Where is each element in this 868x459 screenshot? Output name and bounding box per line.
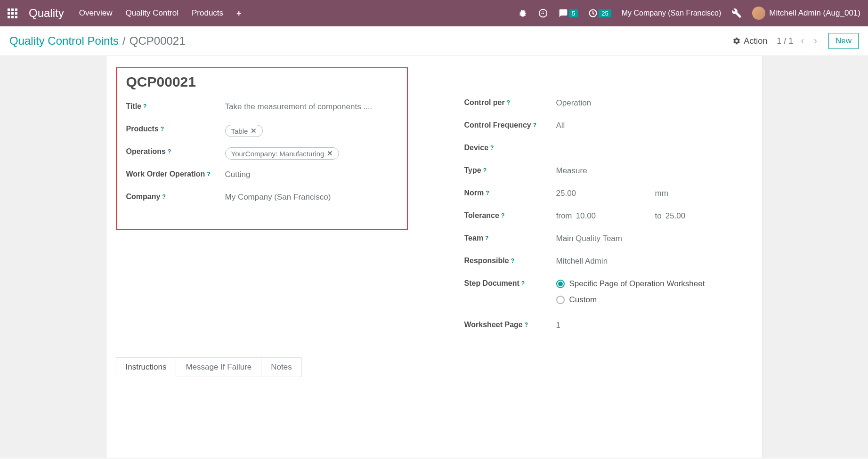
step-doc-radio-group: Specific Page of Operation Worksheet Cus… (556, 279, 705, 305)
norm-unit[interactable]: mm (655, 189, 668, 198)
help-icon[interactable]: ? (486, 190, 489, 196)
form-left-column: QCP00021 Title ? Take the measurement of… (116, 67, 408, 338)
navbar-right: 5 25 My Company (San Francisco) Mitchell… (518, 7, 860, 20)
row-step-document: Step Document ? Specific Page of Operati… (464, 274, 753, 309)
apps-menu-icon[interactable] (8, 8, 17, 18)
help-icon[interactable]: ? (490, 145, 494, 151)
record-title: QCP00021 (117, 74, 407, 90)
label-work-order-op: Work Order Operation ? (117, 170, 225, 178)
form-sheet: QCP00021 Title ? Take the measurement of… (106, 56, 763, 458)
label-responsible: Responsible ? (464, 257, 556, 265)
value-work-order-op[interactable]: Cutting (225, 170, 407, 179)
radio-specific-page[interactable]: Specific Page of Operation Worksheet (556, 279, 705, 289)
help-icon[interactable]: ? (143, 103, 146, 110)
label-title: Title ? (117, 102, 225, 111)
tolerance-to-value[interactable]: 25.00 (665, 211, 686, 221)
form-columns: QCP00021 Title ? Take the measurement of… (116, 67, 753, 338)
content-area: QCP00021 Title ? Take the measurement of… (0, 56, 868, 458)
tools-icon[interactable] (731, 8, 742, 18)
user-avatar (752, 7, 765, 20)
support-icon[interactable] (538, 8, 548, 18)
user-menu[interactable]: Mitchell Admin (Aug_001) (752, 7, 860, 20)
row-work-order-op: Work Order Operation ? Cutting (117, 165, 407, 188)
tag-remove-icon[interactable]: ✕ (327, 149, 333, 158)
value-products[interactable]: Table ✕ (225, 125, 407, 137)
tab-instructions[interactable]: Instructions (116, 357, 177, 377)
value-operations[interactable]: YourCompany: Manufacturing ✕ (225, 147, 407, 160)
breadcrumb-current: QCP00021 (130, 34, 186, 48)
help-icon[interactable]: ? (511, 258, 514, 264)
highlight-box: QCP00021 Title ? Take the measurement of… (116, 67, 408, 230)
value-company[interactable]: My Company (San Francisco) (225, 193, 407, 202)
breadcrumb-parent[interactable]: Quality Control Points (9, 34, 119, 48)
notebook-tabs: Instructions Message If Failure Notes (116, 357, 753, 377)
control-bar: Quality Control Points / QCP00021 Action… (0, 26, 868, 56)
tag-remove-icon[interactable]: ✕ (251, 127, 257, 135)
label-type: Type ? (464, 166, 556, 175)
value-control-per[interactable]: Operation (556, 98, 753, 108)
value-team[interactable]: Main Quality Team (556, 234, 753, 243)
value-responsible[interactable]: Mitchell Admin (556, 257, 753, 266)
user-name: Mitchell Admin (Aug_001) (769, 8, 860, 18)
value-norm: 25.00 mm (556, 189, 753, 198)
label-norm: Norm ? (464, 189, 556, 197)
value-title[interactable]: Take the measurement of components .... (225, 102, 407, 112)
help-icon[interactable]: ? (521, 280, 525, 287)
tab-notes[interactable]: Notes (261, 357, 301, 377)
messages-badge: 5 (569, 9, 578, 17)
tab-message-failure[interactable]: Message If Failure (176, 357, 261, 377)
help-icon[interactable]: ? (162, 193, 165, 200)
row-title: Title ? Take the measurement of componen… (117, 97, 407, 120)
row-type: Type ? Measure (464, 161, 753, 184)
radio-checked-icon (556, 280, 565, 288)
label-worksheet-page: Worksheet Page ? (464, 321, 556, 329)
nav-plus-icon[interactable]: + (236, 8, 242, 18)
new-button[interactable]: New (828, 33, 859, 49)
label-operations: Operations ? (117, 147, 225, 156)
company-selector[interactable]: My Company (San Francisco) (622, 9, 722, 17)
tolerance-from-label: from (556, 211, 572, 221)
help-icon[interactable]: ? (501, 212, 504, 219)
nav-quality-control[interactable]: Quality Control (126, 8, 178, 18)
main-navbar: Quality Overview Quality Control Product… (0, 0, 868, 26)
help-icon[interactable]: ? (161, 126, 164, 132)
tolerance-from-value[interactable]: 10.00 (576, 211, 596, 221)
row-norm: Norm ? 25.00 mm (464, 184, 753, 207)
norm-number[interactable]: 25.00 (556, 189, 655, 198)
navbar-left: Quality Overview Quality Control Product… (8, 7, 242, 20)
action-dropdown[interactable]: Action (732, 36, 767, 46)
pager-text[interactable]: 1 / 1 (777, 36, 793, 46)
value-tolerance: from 10.00 to 25.00 (556, 211, 753, 221)
pager-next-icon[interactable]: › (812, 35, 819, 47)
nav-products[interactable]: Products (192, 8, 223, 18)
help-icon[interactable]: ? (533, 122, 536, 129)
help-icon[interactable]: ? (485, 235, 488, 242)
activities-icon[interactable]: 25 (588, 8, 611, 18)
row-control-freq: Control Frequency ? All (464, 116, 753, 139)
nav-overview[interactable]: Overview (79, 8, 113, 18)
help-icon[interactable]: ? (525, 322, 528, 328)
value-control-freq[interactable]: All (556, 121, 753, 130)
value-step-document: Specific Page of Operation Worksheet Cus… (556, 279, 753, 305)
activities-badge: 25 (599, 9, 611, 17)
help-icon[interactable]: ? (483, 167, 487, 174)
help-icon[interactable]: ? (507, 99, 510, 106)
tag-operation: YourCompany: Manufacturing ✕ (225, 147, 340, 160)
row-company: Company ? My Company (San Francisco) (117, 188, 407, 210)
pager-prev-icon[interactable]: ‹ (799, 35, 806, 47)
label-tolerance: Tolerance ? (464, 211, 556, 220)
radio-custom[interactable]: Custom (556, 295, 705, 305)
label-company: Company ? (117, 193, 225, 201)
app-brand[interactable]: Quality (29, 7, 64, 20)
value-type[interactable]: Measure (556, 166, 753, 176)
messages-icon[interactable]: 5 (559, 8, 578, 18)
help-icon[interactable]: ? (168, 148, 171, 155)
gear-icon (732, 37, 741, 45)
action-label: Action (744, 36, 767, 46)
row-device: Device ? (464, 139, 753, 161)
help-icon[interactable]: ? (207, 171, 210, 177)
debug-icon[interactable] (518, 8, 527, 18)
breadcrumb-separator: / (122, 34, 126, 48)
navbar-menu: Overview Quality Control Products + (79, 8, 242, 18)
value-worksheet-page[interactable]: 1 (556, 321, 753, 330)
